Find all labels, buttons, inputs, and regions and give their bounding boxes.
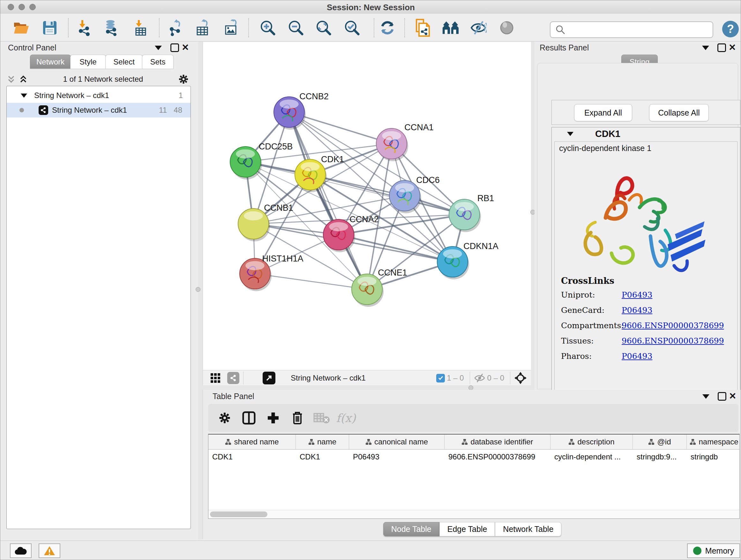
table-settings-gear-icon[interactable] (212, 408, 237, 428)
right-splitter[interactable] (531, 42, 535, 390)
maximize-panel-icon[interactable] (718, 392, 726, 401)
import-network-database-icon[interactable] (103, 19, 120, 37)
birds-eye-view-icon[interactable] (498, 19, 515, 37)
tab-style[interactable]: Style (70, 55, 106, 69)
bottom-splitter-handle[interactable] (468, 385, 473, 390)
expand-all-chevron-icon[interactable] (18, 74, 28, 84)
show-all-networks-icon[interactable] (442, 19, 459, 37)
gene-section-header[interactable]: CDK1 (552, 127, 740, 140)
warning-button[interactable] (39, 543, 60, 558)
tab-network[interactable]: Network (30, 55, 71, 69)
copy-network-icon[interactable] (414, 19, 431, 37)
left-splitter-handle[interactable] (196, 287, 200, 292)
table-row[interactable]: CDK1CDK1P064939606.ENSP00000378699cyclin… (208, 449, 739, 464)
maximize-panel-icon[interactable] (171, 44, 179, 52)
float-panel-icon[interactable] (702, 46, 709, 50)
network-canvas[interactable]: CCNB2CCNA1CDC25BCDK1CDC6RB1CCNB1CCNA2CDK… (203, 42, 531, 370)
node-ccne1[interactable] (352, 274, 384, 307)
crosslink-link[interactable]: 9606.ENSP00000378699 (622, 336, 724, 346)
table-horizontal-scrollbar[interactable] (208, 510, 739, 518)
node-cdkn1a[interactable] (437, 246, 469, 279)
network-view-title: String Network – cdk1 (291, 374, 366, 382)
zoom-selected-icon[interactable] (343, 19, 360, 37)
import-network-file-icon[interactable] (76, 19, 93, 37)
float-panel-icon[interactable] (155, 46, 162, 50)
column-header-shared-name[interactable]: shared name (208, 435, 296, 449)
table-cell[interactable]: P06493 (349, 449, 445, 464)
search-input[interactable] (569, 25, 713, 35)
collection-expand-icon[interactable] (21, 94, 27, 98)
tab-sets[interactable]: Sets (142, 55, 174, 69)
crosslink-label: Compartments: (561, 321, 622, 330)
warning-icon (44, 546, 55, 556)
maximize-panel-icon[interactable] (718, 44, 726, 52)
add-column-icon[interactable] (261, 408, 285, 428)
tab-edge-table[interactable]: Edge Table (440, 522, 495, 537)
crosslink-link[interactable]: P06493 (622, 290, 652, 300)
crosslink-link[interactable]: 9606.ENSP00000378699 (622, 321, 724, 330)
zoom-in-icon[interactable] (259, 19, 276, 37)
network-collection-row[interactable]: String Network – cdk1 1 (7, 88, 191, 103)
help-icon[interactable]: ? (722, 21, 739, 37)
table-cell[interactable]: 9606.ENSP00000378699 (445, 449, 550, 464)
zoom-out-icon[interactable] (287, 19, 305, 37)
zoom-fit-icon[interactable] (315, 19, 332, 37)
network-graph[interactable]: CCNB2CCNA1CDC25BCDK1CDC6RB1CCNB1CCNA2CDK… (203, 42, 531, 370)
crosslinks-section: CrossLinks Uniprot:P06493GeneCard:P06493… (561, 276, 733, 367)
hide-graphics-details-icon[interactable] (470, 19, 487, 37)
save-session-icon[interactable] (41, 19, 58, 37)
collapse-all-button[interactable]: Collapse All (649, 104, 709, 121)
open-in-browser-icon[interactable] (263, 372, 275, 384)
close-panel-icon[interactable]: ✕ (729, 392, 736, 401)
tab-select[interactable]: Select (105, 55, 143, 69)
export-table-icon[interactable] (194, 19, 212, 37)
string-view-icon[interactable] (227, 372, 239, 384)
node-label-cdc25b: CDC25B (259, 142, 293, 151)
export-network-icon[interactable] (167, 19, 185, 37)
birdseye-navigate-icon[interactable] (514, 372, 527, 384)
gear-icon[interactable] (178, 74, 189, 84)
bottom-splitter[interactable] (203, 385, 531, 390)
table-header-row: shared namenamecanonical namedatabase id… (208, 435, 739, 449)
close-panel-icon[interactable]: ✕ (729, 43, 736, 52)
cloud-button[interactable] (10, 543, 31, 558)
table-cell[interactable]: stringdb:9... (633, 449, 687, 464)
import-table-file-icon[interactable] (132, 19, 150, 37)
column-header-name[interactable]: name (296, 435, 349, 449)
tab-network-table[interactable]: Network Table (495, 522, 561, 537)
selected-checkbox-icon[interactable] (436, 374, 445, 382)
network-row[interactable]: String Network – cdk1 11 48 (7, 103, 191, 118)
table-cell[interactable]: cyclin-dependent ... (550, 449, 633, 464)
table-cell[interactable]: stringdb (687, 449, 740, 464)
expand-all-button[interactable]: Expand All (574, 104, 632, 121)
refresh-view-icon[interactable] (379, 19, 396, 37)
node-cdk1[interactable] (295, 159, 327, 192)
export-image-icon[interactable] (223, 19, 240, 37)
table-cell[interactable]: CDK1 (208, 449, 296, 464)
delete-column-icon[interactable] (285, 408, 310, 428)
node-rb1[interactable] (449, 199, 481, 232)
table-cell[interactable]: CDK1 (296, 449, 349, 464)
column-header-description[interactable]: description (550, 435, 633, 449)
gene-name: CDK1 (595, 129, 620, 139)
crosslink-link[interactable]: P06493 (622, 352, 652, 361)
node-ccna2[interactable] (323, 219, 355, 252)
close-panel-icon[interactable]: ✕ (182, 43, 189, 52)
memory-button[interactable]: Memory (687, 543, 740, 558)
open-session-icon[interactable] (13, 19, 30, 37)
grid-view-icon[interactable] (210, 373, 221, 383)
edge-ccne1-hist1h1a[interactable] (255, 273, 367, 289)
tab-node-table[interactable]: Node Table (383, 522, 440, 537)
collapse-all-chevron-icon[interactable] (6, 74, 16, 84)
column-header-canonical-name[interactable]: canonical name (349, 435, 445, 449)
column-header-database-identifier[interactable]: database identifier (445, 435, 550, 449)
column-header-namespace[interactable]: namespace (687, 435, 740, 449)
node-ccna1[interactable] (376, 128, 408, 161)
float-panel-icon[interactable] (702, 394, 710, 399)
column-header--id[interactable]: @id (633, 435, 687, 449)
table-panel-title: Table Panel (212, 392, 254, 401)
section-collapse-icon[interactable] (567, 132, 574, 136)
crosslink-link[interactable]: P06493 (622, 306, 652, 315)
node-cdc25b[interactable] (230, 146, 262, 179)
show-columns-icon[interactable] (237, 408, 261, 428)
